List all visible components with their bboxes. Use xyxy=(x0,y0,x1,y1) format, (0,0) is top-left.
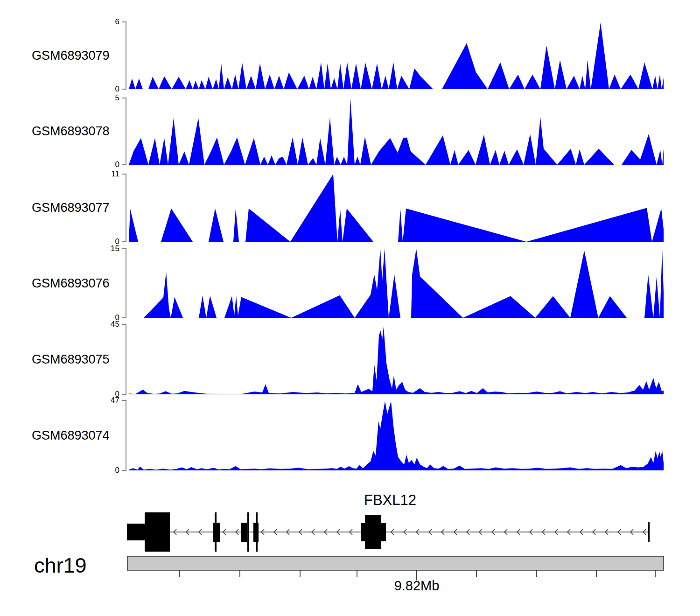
track-label-gsm6893077: GSM6893077 xyxy=(32,202,106,214)
track-label-gsm6893079: GSM6893079 xyxy=(32,49,106,62)
yaxis-max-label: 45 xyxy=(92,320,119,328)
coverage-area xyxy=(129,98,664,165)
exon-box xyxy=(145,512,170,552)
track-label-gsm6893076: GSM6893076 xyxy=(32,277,106,290)
track-y-axis xyxy=(122,324,126,394)
yaxis-min-label: 0 xyxy=(92,161,119,168)
track-y-axis xyxy=(122,98,126,165)
yaxis-max-label: 11 xyxy=(92,170,119,178)
track-label-gsm6893075: GSM6893075 xyxy=(32,353,106,366)
track-y-axis xyxy=(122,174,126,242)
genome-browser-figure: GSM6893079 GSM6893078 GSM6893077 GSM6893… xyxy=(0,0,700,616)
track-label-gsm6893074: GSM6893074 xyxy=(32,429,106,442)
exon-box xyxy=(127,524,146,540)
coverage-area xyxy=(129,249,664,318)
track-y-axis xyxy=(122,22,126,89)
track-y-axis xyxy=(122,249,126,318)
yaxis-max-label: 47 xyxy=(92,396,119,404)
coverage-area xyxy=(129,22,664,89)
yaxis-max-label: 15 xyxy=(92,245,119,252)
yaxis-min-label: 0 xyxy=(92,85,119,93)
gene-name-label: FBXL12 xyxy=(343,493,437,508)
exon-box xyxy=(256,512,258,552)
exon-box xyxy=(241,523,247,542)
ruler-bar xyxy=(127,556,664,570)
track-label-gsm6893078: GSM6893078 xyxy=(32,125,106,138)
yaxis-min-label: 0 xyxy=(92,466,119,474)
exon-box xyxy=(247,512,249,552)
yaxis-max-label: 5 xyxy=(92,94,119,102)
exon-box xyxy=(648,522,650,542)
track-y-axis xyxy=(122,400,126,470)
exon-box xyxy=(215,512,217,552)
coverage-area xyxy=(129,401,664,470)
coverage-area xyxy=(129,174,664,242)
yaxis-max-label: 6 xyxy=(92,18,119,26)
position-mb-label: 9.82Mb xyxy=(370,579,463,593)
coverage-area xyxy=(129,327,664,394)
chromosome-label: chr19 xyxy=(34,555,127,576)
exon-box xyxy=(365,515,381,549)
